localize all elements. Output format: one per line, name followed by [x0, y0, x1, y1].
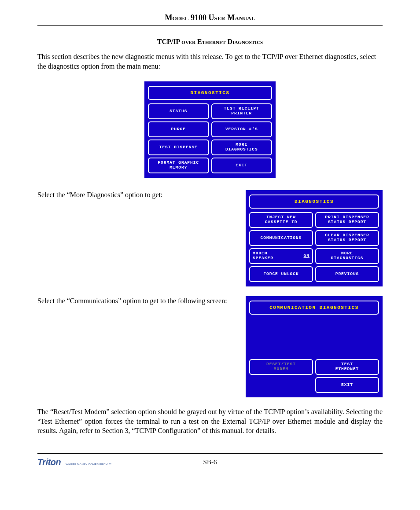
- triton-logo: Triton WHERE MONEY COMES FROM.™: [37, 457, 117, 467]
- previous-button[interactable]: PREVIOUS: [315, 266, 379, 282]
- screen1-title: DIAGNOSTICS: [148, 86, 272, 100]
- body-paragraph: The “Reset/Test Modem” selection option …: [37, 407, 383, 436]
- force-unlock-button[interactable]: FORCE UNLOCK: [249, 266, 313, 282]
- inject-new-cassette-id-button[interactable]: INJECT NEW CASSETTE ID: [249, 212, 313, 228]
- communications-button[interactable]: COMMUNICATIONS: [249, 230, 313, 246]
- communications-instruction: Select the “Communications” option to ge…: [37, 296, 239, 306]
- modem-speaker-toggle[interactable]: MODEM SPEAKER ON: [249, 248, 313, 264]
- format-graphic-memory-button[interactable]: FORMAT GRAPHIC MEMORY: [148, 158, 209, 173]
- test-dispense-button[interactable]: TEST DISPENSE: [148, 139, 209, 155]
- logo-tagline: WHERE MONEY COMES FROM.™: [66, 463, 111, 466]
- test-receipt-printer-button[interactable]: TEST RECEIPT PRINTER: [211, 103, 273, 119]
- modem-speaker-label: MODEM SPEAKER: [253, 251, 273, 261]
- exit-button-3[interactable]: EXIT: [315, 377, 379, 393]
- modem-speaker-value: ON: [304, 254, 309, 259]
- intro-paragraph: This section describes the new diagnosti…: [37, 52, 383, 71]
- exit-button[interactable]: EXIT: [211, 158, 273, 173]
- more-diagnostics-button[interactable]: MORE DIAGNOSTICS: [211, 139, 273, 155]
- more-diagnostics-instruction: Select the “More Diagnostics” option to …: [37, 190, 239, 200]
- diagnostics-screen-2: DIAGNOSTICS INJECT NEW CASSETTE ID PRINT…: [246, 190, 383, 286]
- communication-diagnostics-screen: COMMUNICATION DIAGNOSTICS RESET/TEST MOD…: [246, 296, 383, 397]
- page-header: Model 9100 User Manual: [37, 13, 383, 26]
- version-numbers-button[interactable]: VERSION #'S: [211, 121, 273, 137]
- page-number: SB-6: [117, 459, 303, 466]
- purge-button[interactable]: PURGE: [148, 121, 209, 137]
- clear-dispenser-status-report-button[interactable]: CLEAR DISPENSER STATUS REPORT: [315, 230, 379, 246]
- test-ethernet-button[interactable]: TEST ETHERNET: [315, 359, 379, 375]
- screen2-title: DIAGNOSTICS: [249, 194, 379, 209]
- print-dispenser-status-report-button[interactable]: PRINT DISPENSER STATUS REPORT: [315, 212, 379, 228]
- section-title: TCP/IP over Ethernet Diagnostics: [37, 38, 383, 46]
- logo-text: Triton: [37, 457, 61, 467]
- diagnostics-screen-1: DIAGNOSTICS STATUS TEST RECEIPT PRINTER …: [144, 81, 276, 178]
- status-button[interactable]: STATUS: [148, 103, 209, 119]
- reset-test-modem-button: RESET/TEST MODEM: [249, 359, 313, 375]
- screen3-title: COMMUNICATION DIAGNOSTICS: [249, 301, 379, 315]
- more-diagnostics-button-2[interactable]: MORE DIAGNOSTICS: [315, 248, 379, 264]
